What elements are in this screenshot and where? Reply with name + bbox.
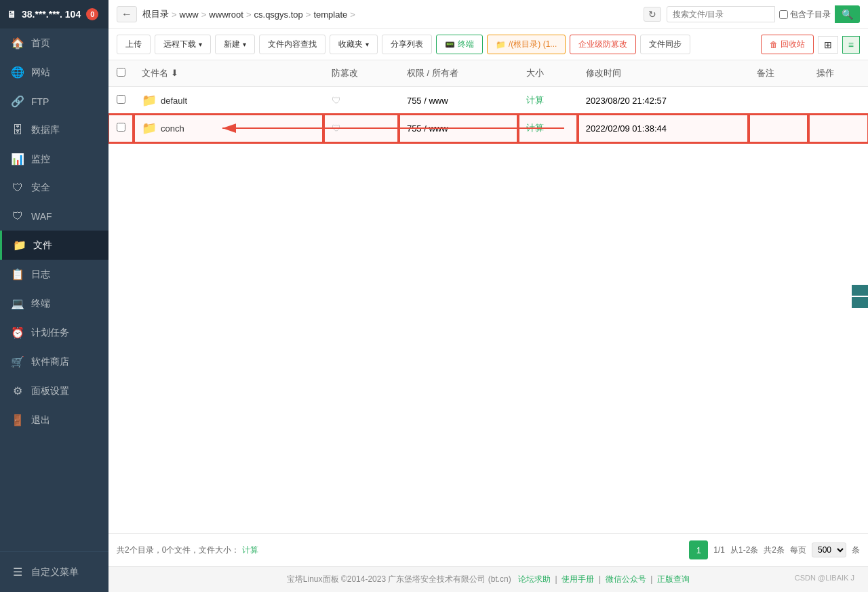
share-list-button[interactable]: 分享列表 (382, 35, 432, 54)
sidebar-label-database: 数据库 (31, 124, 60, 136)
per-page-select[interactable]: 500 100 200 (812, 542, 846, 557)
sep2: > (201, 9, 207, 20)
select-all-checkbox[interactable] (117, 68, 125, 77)
col-check (108, 60, 134, 87)
sidebar-item-database[interactable]: 🗄 数据库 (0, 116, 108, 144)
row-checkbox-1[interactable] (117, 123, 125, 132)
include-subdir-text: 包含子目录 (790, 9, 831, 20)
enterprise-tamper-button[interactable]: 企业级防篡改 (570, 35, 636, 54)
sidebar-item-custom-menu[interactable]: ☰ 自定义菜单 (11, 560, 98, 584)
ftp-icon: 🔗 (11, 95, 24, 108)
main-content: ← 根目录 > www > wwwroot > cs.qsgys.top > t… (108, 0, 868, 592)
breadcrumb-template[interactable]: template (313, 9, 347, 20)
file-manager: ← 根目录 > www > wwwroot > cs.qsgys.top > t… (108, 0, 868, 566)
include-subdir-checkbox[interactable] (779, 10, 788, 19)
per-page-label: 每页 (790, 545, 806, 556)
file-name-link-0[interactable]: default (161, 96, 187, 106)
row-name-0: 📁 default (134, 87, 323, 115)
sidebar-item-files[interactable]: 📁 文件 (0, 231, 108, 260)
row-note-0 (749, 87, 808, 115)
sidebar-label-home: 首页 (31, 37, 50, 50)
right-float-panel: 客服 评价 (852, 285, 868, 308)
sidebar-item-waf[interactable]: 🛡 WAF (0, 202, 108, 231)
notification-badge: 0 (86, 8, 98, 20)
sidebar-header: 🖥 38.***.***. 104 0 (0, 0, 108, 28)
col-modified: 修改时间 (578, 60, 749, 87)
sidebar-label-logs: 日志 (31, 269, 50, 281)
search-button[interactable]: 🔍 (835, 5, 860, 23)
view-grid-button[interactable]: ⊞ (818, 36, 838, 54)
sidebar-item-settings[interactable]: ⚙ 面板设置 (0, 376, 108, 406)
sidebar-label-terminal: 终端 (31, 298, 50, 310)
sidebar-item-ftp[interactable]: 🔗 FTP (0, 87, 108, 116)
content-search-button[interactable]: 文件内容查找 (259, 35, 326, 54)
sidebar-label-settings: 面板设置 (31, 385, 69, 397)
remote-download-button[interactable]: 远程下载 (155, 35, 211, 54)
file-name-link-1[interactable]: conch (161, 123, 184, 134)
upload-button[interactable]: 上传 (117, 35, 151, 54)
row-size-1: 计算 (518, 115, 578, 142)
sidebar-label-security: 安全 (31, 182, 50, 194)
wechat-link[interactable]: 微信公众号 (606, 574, 646, 584)
row-tamper-0: 🛡 (323, 87, 399, 115)
forum-link[interactable]: 论坛求助 (518, 574, 551, 584)
breadcrumb-wwwroot[interactable]: wwwroot (209, 9, 243, 20)
terminal-label: 终端 (458, 39, 474, 50)
view-list-button[interactable]: ≡ (842, 36, 860, 54)
verify-link[interactable]: 正版查询 (657, 574, 690, 584)
col-action: 操作 (808, 60, 868, 87)
breadcrumb-www[interactable]: www (180, 9, 199, 20)
terminal-button[interactable]: 📟 终端 (436, 35, 483, 54)
shield-icon-0: 🛡 (332, 95, 341, 106)
sidebar-item-terminal[interactable]: 💻 终端 (0, 289, 108, 318)
sidebar-item-crontab[interactable]: ⏰ 计划任务 (0, 318, 108, 347)
customer-service-button[interactable]: 客服 (852, 285, 868, 296)
home-icon: 🏠 (11, 37, 24, 50)
breadcrumb-domain[interactable]: cs.qsgys.top (254, 9, 303, 20)
include-subdir-label[interactable]: 包含子目录 (779, 9, 831, 20)
file-sync-button[interactable]: 文件同步 (640, 35, 690, 54)
favorites-button[interactable]: 收藏夹 (330, 35, 378, 54)
row-permission-1: 755 / www (399, 115, 518, 142)
sidebar-label-crontab: 计划任务 (31, 327, 69, 339)
sidebar-item-logout[interactable]: 🚪 退出 (0, 406, 108, 435)
refresh-button[interactable]: ↻ (644, 7, 661, 22)
col-note: 备注 (749, 60, 808, 87)
calc-link-1[interactable]: 计算 (526, 123, 544, 133)
calc-link-0[interactable]: 计算 (526, 95, 544, 105)
sep1: > (172, 9, 177, 20)
col-tamper: 防篡改 (323, 60, 399, 87)
footer: 宝塔Linux面板 ©2014-2023 广东堡塔安全技术有限公司 (bt.cn… (108, 566, 868, 592)
col-size: 大小 (518, 60, 578, 87)
search-input[interactable] (667, 6, 775, 22)
sidebar-label-files: 文件 (33, 239, 52, 252)
sidebar-item-security[interactable]: 🛡 安全 (0, 174, 108, 202)
row-name-1: 📁 conch (134, 115, 323, 142)
search-area: 包含子目录 🔍 (667, 5, 860, 23)
folder-icon-1: 📁 (142, 121, 157, 136)
sidebar-item-store[interactable]: 🛒 软件商店 (0, 347, 108, 376)
folder-icon-0: 📁 (142, 93, 157, 108)
page-current-btn[interactable]: 1 (689, 540, 708, 559)
footer-copyright: 宝塔Linux面板 ©2014-2023 广东堡塔安全技术有限公司 (bt.cn… (287, 574, 511, 584)
create-button[interactable]: 新建 (215, 35, 255, 54)
calc-link[interactable]: 计算 (242, 545, 258, 555)
crontab-icon: ⏰ (11, 326, 24, 339)
review-button[interactable]: 评价 (852, 297, 868, 308)
breadcrumb-root[interactable]: 根目录 (142, 8, 169, 20)
sidebar-item-website[interactable]: 🌐 网站 (0, 58, 108, 87)
sidebar-footer[interactable]: ☰ 自定义菜单 (0, 551, 108, 592)
recycle-button[interactable]: 🗑 回收站 (761, 35, 814, 54)
server-ip: 38.***.***. 104 (22, 9, 81, 20)
sidebar-item-monitor[interactable]: 📊 监控 (0, 144, 108, 174)
col-name[interactable]: 文件名 ⬇ (134, 60, 323, 87)
root-path-button[interactable]: 📁 /(根目录) (1... (487, 35, 566, 54)
sidebar-item-logs[interactable]: 📋 日志 (0, 260, 108, 289)
recycle-label: 回收站 (781, 39, 805, 50)
row-modified-0: 2023/08/20 21:42:57 (578, 87, 749, 115)
row-checkbox-0[interactable] (117, 95, 125, 104)
manual-link[interactable]: 使用手册 (561, 574, 594, 584)
sidebar-item-home[interactable]: 🏠 首页 (0, 28, 108, 58)
back-button[interactable]: ← (117, 6, 137, 22)
terminal-icon: 💻 (11, 297, 24, 310)
